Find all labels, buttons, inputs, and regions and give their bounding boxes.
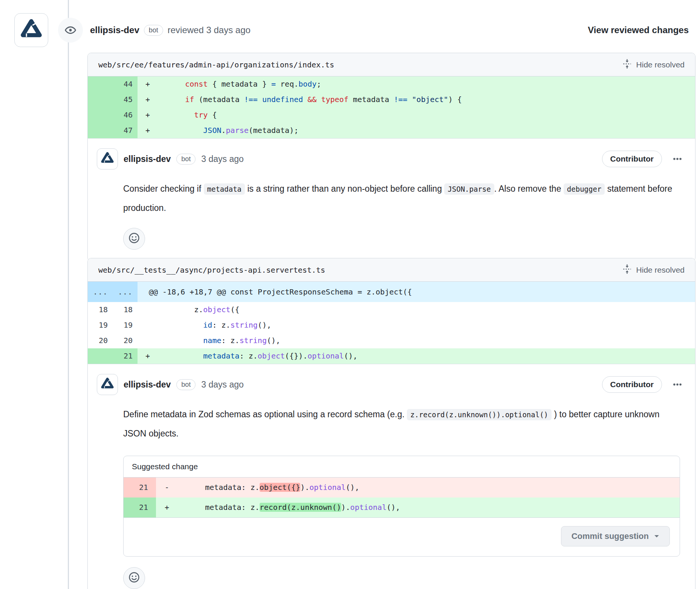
diff-sign: +: [138, 76, 158, 92]
smiley-icon: [128, 232, 140, 245]
review-thread-card-1: web/src/ee/features/admin-api/organizati…: [87, 53, 695, 261]
diff-line-20: 2020 name: z.string(),: [88, 333, 695, 348]
code-line: try {: [158, 107, 217, 123]
comment-1: ellipsis-dev bot 3 days ago Contributor …: [88, 139, 695, 261]
comment-author[interactable]: ellipsis-dev: [124, 380, 171, 390]
inline-code: z.record(z.unknown()).optional(): [407, 409, 552, 420]
hide-resolved-button[interactable]: Hide resolved: [622, 59, 685, 71]
fold-icon: [622, 59, 632, 71]
diff-line-18: 1818 z.object({: [88, 302, 695, 317]
inline-code: metadata: [204, 183, 245, 195]
diff-line-44: 44+ const { metadata } = req.body;: [88, 76, 695, 92]
diff-line-46: 46+ try {: [88, 107, 695, 123]
diff-block: 44+ const { metadata } = req.body; 45+ i…: [88, 76, 695, 139]
bot-badge: bot: [176, 154, 196, 165]
line-number-left: [88, 76, 113, 92]
code-line: id: z.string(),: [158, 317, 271, 333]
file-path-link[interactable]: web/src/ee/features/admin-api/organizati…: [98, 60, 334, 69]
inline-code: debugger: [564, 183, 605, 195]
hunk-header-row: ......@@ -18,6 +18,7 @@ const ProjectRes…: [88, 282, 695, 302]
timeline-line: [68, 0, 69, 589]
diff-line-19: 1919 id: z.string(),: [88, 317, 695, 333]
fold-icon: [622, 264, 632, 276]
diff-block: ......@@ -18,6 +18,7 @@ const ProjectRes…: [88, 282, 695, 364]
file-header: web/src/ee/features/admin-api/organizati…: [88, 53, 695, 76]
diff-line-21: 21+ metadata: z.object({}).optional(),: [88, 348, 695, 364]
code-line: if (metadata !== undefined && typeof met…: [158, 92, 462, 107]
kebab-menu-button[interactable]: [671, 378, 684, 391]
suggestion-addition-line: 21+ metadata: z.record(z.unknown()).opti…: [124, 497, 680, 517]
comment-timestamp[interactable]: 3 days ago: [201, 154, 244, 164]
commit-suggestion-button[interactable]: Commit suggestion: [561, 526, 670, 546]
suggestion-deletion-line: 21- metadata: z.object({}).optional(),: [124, 478, 680, 497]
reviewer-name[interactable]: ellipsis-dev: [90, 25, 139, 35]
hide-resolved-label: Hide resolved: [636, 266, 685, 275]
eye-icon: [58, 18, 83, 43]
diff-line-47: 47+ JSON.parse(metadata);: [88, 123, 695, 138]
avatar[interactable]: [14, 13, 48, 47]
review-thread-card-2: web/src/__tests__/async/projects-api.ser…: [87, 258, 695, 589]
contributor-badge: Contributor: [602, 151, 662, 167]
code-line: z.object({: [158, 302, 240, 317]
add-reaction-button[interactable]: [123, 567, 145, 589]
bot-badge: bot: [176, 379, 196, 390]
comment-timestamp[interactable]: 3 days ago: [201, 380, 244, 390]
hunk-header-text: @@ -18,6 +18,7 @@ const ProjectResponseS…: [138, 282, 412, 302]
code-line: name: z.string(),: [158, 333, 280, 348]
view-reviewed-changes-link[interactable]: View reviewed changes: [588, 25, 689, 35]
ellipsis-logo-icon: [19, 17, 43, 43]
add-reaction-button[interactable]: [123, 228, 145, 250]
ellipsis-logo-icon: [100, 377, 115, 392]
ellipsis-logo-icon: [100, 151, 115, 167]
avatar[interactable]: [97, 148, 118, 169]
commit-suggestion-label: Commit suggestion: [572, 531, 649, 541]
code-line: metadata: z.record(z.unknown()).optional…: [178, 497, 400, 517]
suggested-change-block: Suggested change 21- metadata: z.object(…: [123, 456, 680, 557]
file-header: web/src/__tests__/async/projects-api.ser…: [88, 258, 695, 282]
line-number-right: 44: [113, 76, 138, 92]
file-path-link[interactable]: web/src/__tests__/async/projects-api.ser…: [98, 266, 325, 275]
comment-2: ellipsis-dev bot 3 days ago Contributor …: [88, 364, 695, 589]
triangle-down-icon: [654, 531, 659, 541]
review-header: ellipsis-dev bot reviewed 3 days ago Vie…: [14, 11, 689, 49]
inline-code: JSON.parse: [444, 183, 494, 195]
comment-body: Define metadata in Zod schemas as option…: [123, 405, 683, 443]
contributor-badge: Contributor: [602, 376, 662, 393]
avatar[interactable]: [97, 374, 118, 395]
bot-badge: bot: [144, 25, 163, 36]
suggested-change-title: Suggested change: [124, 456, 680, 478]
hide-resolved-label: Hide resolved: [636, 60, 685, 69]
review-page: ellipsis-dev bot reviewed 3 days ago Vie…: [0, 0, 700, 589]
comment-body: Consider checking if metadata is a strin…: [123, 179, 683, 217]
review-action-text: reviewed 3 days ago: [168, 25, 251, 35]
code-line: metadata: z.object({}).optional(),: [158, 348, 358, 364]
hide-resolved-button[interactable]: Hide resolved: [622, 264, 685, 276]
comment-author[interactable]: ellipsis-dev: [124, 154, 171, 164]
code-line: JSON.parse(metadata);: [158, 123, 298, 138]
diff-line-45: 45+ if (metadata !== undefined && typeof…: [88, 92, 695, 107]
kebab-menu-button[interactable]: [671, 153, 684, 165]
code-line: metadata: z.object({}).optional(),: [178, 478, 359, 497]
smiley-icon: [128, 572, 140, 584]
code-line: const { metadata } = req.body;: [158, 76, 321, 92]
